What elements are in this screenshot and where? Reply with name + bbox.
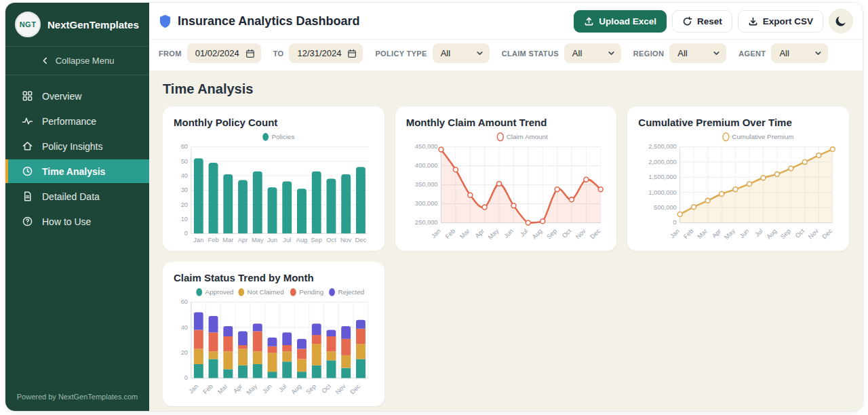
- button-label: Reset: [697, 16, 722, 26]
- selected-value: All: [779, 48, 789, 58]
- svg-text:Sep: Sep: [545, 228, 558, 241]
- filter-label: AGENT: [738, 50, 766, 58]
- sidebar-nav: OverviewPerformancePolicy InsightsTime A…: [5, 75, 149, 234]
- svg-text:Jun: Jun: [738, 228, 751, 240]
- svg-text:Dec: Dec: [821, 227, 834, 240]
- moon-icon: [835, 15, 847, 27]
- svg-text:300,000: 300,000: [414, 200, 437, 207]
- sidebar-item-detailed-data[interactable]: Detailed Data: [5, 184, 149, 208]
- content: Time Analysis Monthly Policy Count 01020…: [149, 71, 863, 411]
- main-area: Insurance Analytics Dashboard Upload Exc…: [149, 3, 863, 411]
- collapse-menu-button[interactable]: Collapse Menu: [5, 47, 149, 75]
- theme-toggle-button[interactable]: [829, 9, 853, 33]
- svg-text:Apr: Apr: [473, 228, 485, 239]
- card-monthly-claim-amount-trend: Monthly Claim Amount Trend 250,000300,00…: [395, 106, 617, 251]
- filter-field-claim-status-select: CLAIM STATUSAll: [502, 43, 621, 63]
- button-label: Upload Excel: [599, 16, 656, 26]
- svg-text:Claim Amount: Claim Amount: [506, 133, 547, 140]
- claim-status-trend-by-month-chart[interactable]: 0204060JanFebMarAprMayJunJulAugSepOctNov…: [174, 285, 374, 401]
- filter-label: FROM: [159, 50, 182, 58]
- from-date-value[interactable]: [187, 48, 245, 58]
- svg-text:Jul: Jul: [754, 228, 765, 239]
- sidebar-footer: Powered by NextGenTemplates.com: [5, 382, 149, 411]
- svg-text:450,000: 450,000: [414, 143, 437, 150]
- svg-text:Mar: Mar: [458, 228, 471, 240]
- svg-text:Feb: Feb: [208, 237, 219, 243]
- to-date-value[interactable]: [289, 48, 347, 58]
- sidebar-item-label: Policy Insights: [42, 141, 102, 152]
- svg-text:Apr: Apr: [711, 228, 722, 239]
- svg-text:60: 60: [181, 298, 188, 305]
- sidebar-item-label: How to Use: [42, 216, 91, 227]
- home-icon: [22, 140, 33, 152]
- filter-label: REGION: [633, 50, 664, 58]
- grid-icon: [22, 90, 33, 102]
- svg-text:20: 20: [181, 201, 188, 208]
- filter-label: TO: [273, 50, 284, 58]
- svg-text:Jan: Jan: [430, 228, 442, 240]
- claim-status-select[interactable]: All: [564, 43, 621, 63]
- svg-text:Jul: Jul: [518, 228, 529, 239]
- policy-type-select[interactable]: All: [433, 43, 490, 63]
- chart-title: Cumulative Premium Over Time: [638, 117, 838, 128]
- filter-label: POLICY TYPE: [375, 50, 427, 58]
- svg-text:May: May: [724, 227, 737, 241]
- svg-text:0: 0: [184, 230, 188, 237]
- svg-text:Mar: Mar: [696, 228, 709, 240]
- brand-logo: NGT: [15, 12, 41, 37]
- svg-text:40: 40: [181, 172, 188, 179]
- svg-text:400,000: 400,000: [414, 162, 437, 169]
- filter-field-region-select: REGIONAll: [633, 43, 726, 63]
- monthly-claim-amount-trend-chart[interactable]: 250,000300,000350,000400,000450,000JanFe…: [406, 130, 606, 245]
- reset-icon: [682, 16, 692, 26]
- document-icon: [22, 191, 33, 202]
- header: Insurance Analytics Dashboard Upload Exc…: [149, 3, 863, 39]
- card-claim-status-trend-by-month: Claim Status Trend by Month 0204060JanFe…: [163, 262, 384, 406]
- title-wrap: Insurance Analytics Dashboard: [159, 14, 359, 28]
- svg-text:Sep: Sep: [311, 237, 322, 243]
- svg-text:Policies: Policies: [271, 133, 294, 140]
- sidebar-item-performance[interactable]: Performance: [5, 109, 149, 133]
- svg-text:Cumulative Premium: Cumulative Premium: [732, 133, 794, 140]
- agent-select[interactable]: All: [771, 43, 828, 63]
- svg-text:Pending: Pending: [299, 288, 323, 296]
- chevron-down-icon: [814, 50, 822, 57]
- brand-name: NextGenTemplates: [47, 19, 139, 31]
- svg-text:Nov: Nov: [334, 382, 347, 395]
- svg-text:Nov: Nov: [574, 227, 587, 240]
- upload-excel-button[interactable]: Upload Excel: [574, 10, 667, 33]
- svg-text:1,500,000: 1,500,000: [649, 174, 677, 180]
- svg-text:50: 50: [181, 158, 188, 165]
- filter-field-policy-type-select: POLICY TYPEAll: [375, 43, 489, 63]
- reset-button[interactable]: Reset: [672, 10, 732, 33]
- filter-field-from-date: FROM: [159, 43, 261, 63]
- sidebar-item-label: Detailed Data: [42, 191, 100, 202]
- from-date-input[interactable]: [187, 43, 261, 63]
- chart-title: Monthly Policy Count: [174, 117, 374, 128]
- clock-icon: [22, 165, 33, 177]
- svg-text:Feb: Feb: [202, 383, 214, 395]
- svg-text:Jan: Jan: [193, 237, 203, 243]
- svg-text:Oct: Oct: [326, 237, 336, 243]
- to-date-input[interactable]: [289, 43, 363, 63]
- svg-text:Aug: Aug: [766, 228, 778, 241]
- sidebar-item-overview[interactable]: Overview: [5, 84, 149, 108]
- sidebar-item-label: Overview: [42, 91, 81, 102]
- cumulative-premium-over-time-chart[interactable]: 0500,0001,000,0001,500,0002,000,0002,500…: [638, 130, 838, 245]
- svg-text:May: May: [245, 382, 259, 396]
- calendar-icon[interactable]: [245, 49, 261, 58]
- help-icon: [22, 216, 33, 227]
- monthly-policy-count-chart[interactable]: 0102030405060JanFebMarAprMayJunJulAugSep…: [174, 130, 374, 245]
- svg-text:Jan: Jan: [188, 383, 200, 395]
- calendar-icon[interactable]: [347, 49, 363, 58]
- svg-text:Not Claimed: Not Claimed: [248, 288, 284, 296]
- region-select[interactable]: All: [669, 43, 726, 63]
- chart-cards-grid: Monthly Policy Count 0102030405060JanFeb…: [163, 106, 849, 406]
- svg-text:Feb: Feb: [682, 228, 694, 240]
- export-csv-button[interactable]: Export CSV: [738, 10, 823, 33]
- sidebar-item-policy-insights[interactable]: Policy Insights: [5, 134, 149, 158]
- sidebar-item-time-analysis[interactable]: Time Analysis: [5, 159, 149, 183]
- svg-text:Feb: Feb: [444, 228, 456, 240]
- sidebar-item-how-to-use[interactable]: How to Use: [5, 210, 149, 233]
- activity-icon: [22, 115, 33, 127]
